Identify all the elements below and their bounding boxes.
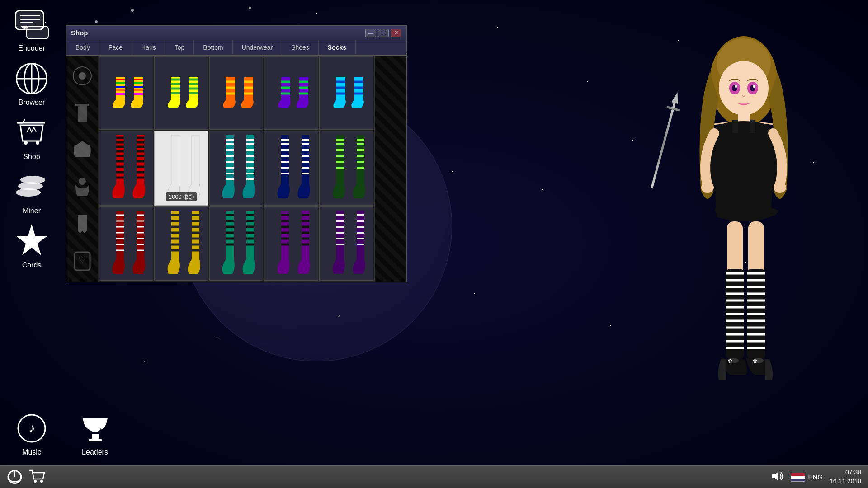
sock-item-teal-white-tall[interactable]	[209, 131, 264, 206]
leaders-icon	[77, 410, 113, 446]
sidebar-item-shop[interactable]: Shop	[12, 113, 52, 163]
svg-rect-32	[748, 221, 764, 276]
svg-rect-27	[732, 120, 738, 133]
sidebar: Encoder Browser Shop	[0, 0, 63, 371]
tab-hairs[interactable]: Hairs	[132, 40, 165, 55]
sock-item-yellow-black-tall[interactable]	[154, 206, 208, 281]
tab-top[interactable]: Top	[165, 40, 194, 55]
shop-controls: — ⛶ ✕	[365, 29, 401, 37]
tab-bottom[interactable]: Bottom	[194, 40, 232, 55]
miner-icon	[14, 169, 50, 205]
browser-icon	[14, 61, 50, 97]
tab-underwear[interactable]: Underwear	[233, 40, 282, 55]
shop-content: ♡	[66, 56, 406, 282]
speaker-icon	[770, 470, 784, 484]
shop-icon	[14, 115, 50, 151]
svg-rect-11	[78, 106, 87, 122]
sidebar-item-miner[interactable]: Miner	[12, 167, 52, 217]
svg-text:✿: ✿	[728, 358, 732, 364]
svg-point-2	[36, 141, 39, 145]
taskbar: ENG 07:38 16.11.2018	[0, 465, 868, 488]
sock-item-cyan[interactable]	[319, 56, 373, 130]
svg-point-29	[701, 182, 714, 193]
svg-text:♡: ♡	[78, 254, 86, 264]
shop-grid: 1000 BC	[98, 56, 374, 282]
encoder-label: Encoder	[18, 44, 45, 52]
sidebar-item-browser[interactable]: Browser	[12, 59, 52, 108]
sidebar-item-cards[interactable]: Cards	[12, 221, 52, 271]
sock-item-teal-black-tall[interactable]	[209, 206, 264, 281]
svg-point-9	[79, 72, 86, 80]
shop-label: Shop	[23, 153, 40, 161]
music-icon: ♪	[14, 410, 50, 446]
sock-item-green-yellow[interactable]	[154, 56, 208, 130]
sock-item-rainbow[interactable]	[99, 56, 153, 130]
date-display: 16.11.2018	[830, 477, 861, 486]
flag-icon	[791, 473, 805, 482]
svg-text:✿: ✿	[753, 358, 757, 364]
browser-label: Browser	[19, 99, 45, 107]
shop-title: Shop	[71, 29, 88, 37]
sock-item-white-selected[interactable]: 1000 BC	[154, 131, 208, 206]
svg-rect-28	[750, 120, 755, 133]
taskbar-right: ENG 07:38 16.11.2018	[770, 468, 868, 486]
svg-point-25	[753, 85, 755, 88]
svg-point-30	[774, 182, 786, 193]
price-badge: 1000 BC	[166, 192, 197, 201]
taskbar-left	[0, 469, 45, 485]
svg-point-41	[34, 480, 37, 483]
svg-point-12	[79, 178, 86, 185]
sidebar-item-music[interactable]: ♪ Music	[0, 408, 63, 461]
tab-body[interactable]: Body	[66, 40, 99, 55]
svg-text:♪: ♪	[28, 420, 35, 434]
cards-icon	[14, 223, 50, 259]
miner-label: Miner	[23, 207, 41, 215]
sock-item-green-white-tall[interactable]	[319, 131, 373, 206]
leaders-label: Leaders	[82, 448, 108, 456]
shop-titlebar: Shop — ⛶ ✕	[66, 26, 406, 40]
svg-rect-7	[89, 439, 102, 441]
shop-right-decoration	[374, 56, 406, 282]
svg-point-24	[735, 85, 737, 88]
character-display: ✿ ✿	[669, 18, 814, 427]
sock-item-orange-stripe[interactable]	[209, 56, 264, 130]
sidebar-item-leaders[interactable]: Leaders	[63, 408, 127, 461]
sock-item-purple-white-tall[interactable]	[319, 206, 373, 281]
language-label: ENG	[808, 473, 823, 481]
tab-face[interactable]: Face	[99, 40, 132, 55]
shop-left-decoration: ♡	[66, 56, 98, 282]
shop-tab-bar: Body Face Hairs Top Bottom Underwear Sho…	[66, 40, 406, 56]
sock-item-purple-green[interactable]	[264, 56, 318, 130]
tab-shoes[interactable]: Shoes	[282, 40, 319, 55]
sock-item-red-black-tall[interactable]	[99, 131, 153, 206]
sidebar-item-encoder[interactable]: Encoder	[12, 5, 52, 54]
tab-socks[interactable]: Socks	[319, 40, 356, 55]
time-display: 07:38	[830, 468, 861, 477]
taskbar-cart-button[interactable]	[29, 469, 45, 485]
svg-point-19	[719, 61, 769, 115]
sock-item-purple-black-tall[interactable]	[264, 206, 318, 281]
svg-point-42	[40, 480, 43, 483]
clock-display: 07:38 16.11.2018	[830, 468, 861, 486]
close-button[interactable]: ✕	[391, 29, 401, 37]
power-button[interactable]	[7, 469, 23, 485]
svg-marker-3	[16, 224, 47, 255]
language-selector[interactable]: ENG	[791, 473, 823, 482]
maximize-button[interactable]: ⛶	[378, 29, 389, 37]
minimize-button[interactable]: —	[365, 29, 376, 37]
svg-rect-31	[727, 221, 743, 276]
svg-point-1	[24, 141, 28, 145]
sock-item-navy-white-tall[interactable]	[264, 131, 318, 206]
music-label: Music	[22, 448, 41, 456]
svg-rect-10	[75, 104, 89, 106]
shop-window: Shop — ⛶ ✕ Body Face Hairs Top Bottom Un…	[66, 25, 407, 282]
sock-item-darkred-tall[interactable]	[99, 206, 153, 281]
encoder-icon	[14, 6, 50, 42]
svg-rect-6	[92, 434, 99, 439]
cards-label: Cards	[22, 261, 42, 269]
